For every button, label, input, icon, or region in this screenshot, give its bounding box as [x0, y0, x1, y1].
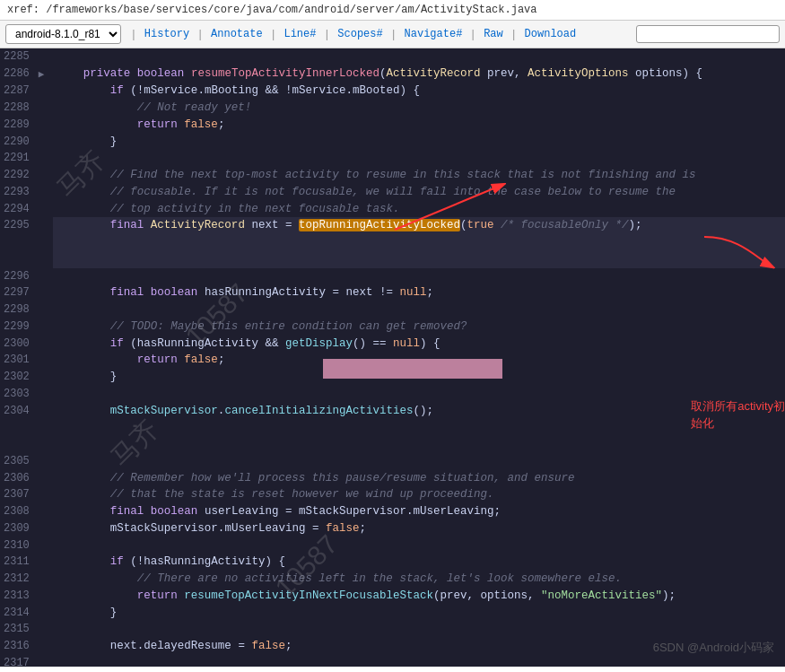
scopes-link[interactable]: Scopes#: [332, 26, 388, 42]
history-link[interactable]: History: [139, 26, 195, 42]
table-row: 2286 ▶ private boolean resumeTopActivity…: [0, 65, 785, 83]
table-row: 2312 // There are no activities left in …: [0, 571, 785, 588]
search-input[interactable]: [636, 25, 780, 43]
table-row: 2308 final boolean userLeaving = mStackS…: [0, 503, 785, 520]
lineno-link[interactable]: Line#: [278, 26, 321, 42]
table-row: 2293 // focusable. If it is not focusabl…: [0, 184, 785, 201]
table-row: 2285: [0, 48, 785, 65]
arrow-2295: [395, 230, 664, 278]
annotation-cancel-init-text: 取消所有activity初始化: [691, 397, 785, 432]
raw-link[interactable]: Raw: [478, 26, 509, 42]
code-table: 2285 2286 ▶ private boolean resumeTopAct…: [0, 48, 785, 667]
table-row: 2309 mStackSupervisor.mUserLeaving = fal…: [0, 520, 785, 537]
table-row: 2306 // Remember how we'll process this …: [0, 470, 785, 487]
sep1: |: [130, 28, 137, 41]
toolbar: android-8.1.0_r81 | History | Annotate |…: [0, 21, 785, 48]
redacted-box: [323, 359, 502, 379]
table-row: 2287 if (!mService.mBooting && !mService…: [0, 83, 785, 100]
table-row: 2290 }: [0, 134, 785, 151]
code-area: 马齐 10587 马齐 10587 2285 2286 ▶ private bo…: [0, 48, 785, 667]
navigate-link[interactable]: Navigate#: [399, 26, 468, 42]
sep4: |: [323, 28, 330, 41]
csdn-watermark: 6SDN @Android小码家: [653, 640, 774, 656]
sep7: |: [510, 28, 518, 41]
sep2: |: [196, 28, 204, 41]
download-link[interactable]: Download: [519, 26, 582, 42]
sep5: |: [390, 28, 397, 41]
version-select[interactable]: android-8.1.0_r81: [5, 24, 121, 44]
table-row: 2295 final ActivityRecord next = topRunn…: [0, 217, 785, 267]
sep6: |: [469, 28, 476, 41]
table-row: 2315: [0, 621, 785, 638]
table-row: 2305: [0, 453, 785, 470]
arrow-annotation-cancel-init: 取消所有activity初始化: [704, 399, 785, 449]
table-row: 2307 // that the state is reset however …: [0, 486, 785, 503]
table-row: 2300 if (hasRunningActivity && getDispla…: [0, 336, 785, 353]
breadcrumb-text: xref: /frameworks/base/services/core/jav…: [7, 4, 537, 16]
table-row: 2299 // TODO: Maybe this entire conditio…: [0, 319, 785, 336]
table-row: 2317: [0, 655, 785, 667]
table-row: 2292 // Find the next top-most activity …: [0, 167, 785, 184]
table-row: 2288 // Not ready yet!: [0, 100, 785, 117]
table-row: 2304 mStackSupervisor.cancelInitializing…: [0, 403, 785, 453]
table-row: 2310: [0, 537, 785, 554]
table-row: 2314 }: [0, 605, 785, 622]
annotate-link[interactable]: Annotate: [205, 26, 268, 42]
table-row: 2291: [0, 150, 785, 167]
table-row: 2303: [0, 386, 785, 403]
table-row: 2311 if (!hasRunningActivity) {: [0, 554, 785, 571]
table-row: 2289 return false;: [0, 117, 785, 134]
line-marker: ▶: [39, 69, 45, 80]
breadcrumb: xref: /frameworks/base/services/core/jav…: [0, 0, 785, 21]
table-row: 2313 return resumeTopActivityInNextFocus…: [0, 588, 785, 605]
sep3: |: [270, 28, 277, 41]
